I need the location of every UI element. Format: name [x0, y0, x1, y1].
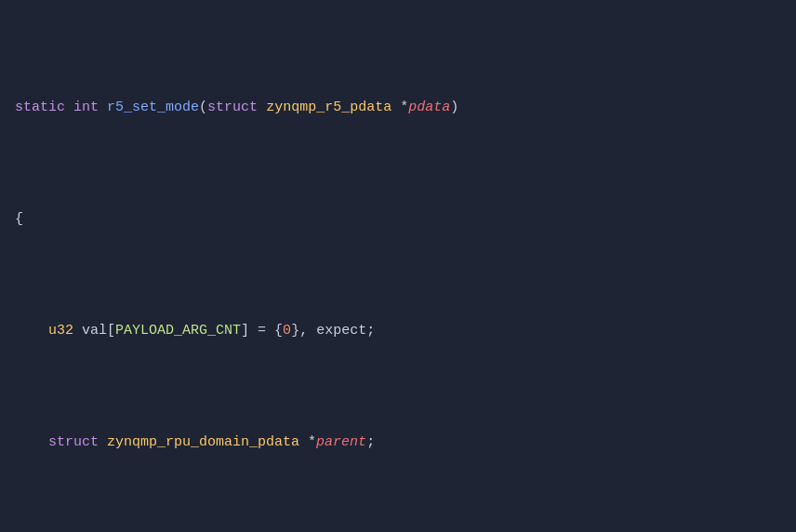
token-int: int: [73, 100, 99, 115]
token-type2: zynqmp_rpu_domain_pdata: [107, 434, 299, 450]
token-u32a: u32: [48, 323, 73, 339]
token-num0: 0: [283, 323, 291, 339]
code-line-1: static int r5_set_mode(struct zynqmp_r5_…: [15, 97, 781, 119]
token-struct1: struct: [207, 100, 258, 115]
token-parent-decl: parent: [316, 434, 366, 450]
code-line-3: u32 val[PAYLOAD_ARG_CNT] = {0}, expect;: [15, 320, 781, 342]
code-editor: static int r5_set_mode(struct zynqmp_r5_…: [0, 0, 796, 532]
token-static: static: [15, 100, 65, 115]
token-struct2: struct: [48, 434, 99, 450]
code-line-4: struct zynqmp_rpu_domain_pdata *parent;: [15, 432, 781, 454]
token-funcname: r5_set_mode: [107, 100, 199, 115]
token-type1: zynqmp_r5_pdata: [266, 100, 391, 115]
code-line-2: {: [15, 208, 781, 231]
token-param1: pdata: [408, 100, 450, 115]
token-const1: PAYLOAD_ARG_CNT: [115, 323, 241, 339]
